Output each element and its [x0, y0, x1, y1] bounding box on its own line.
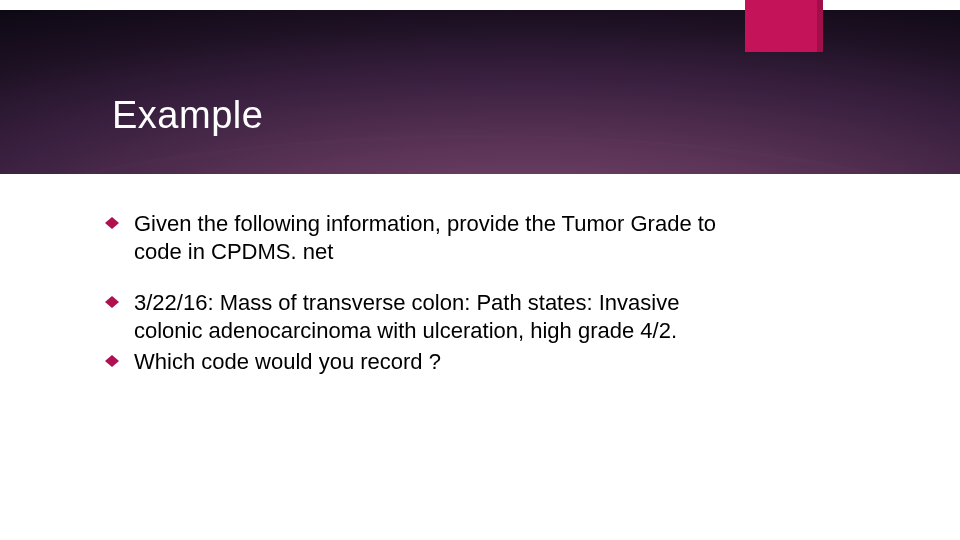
bullet-text: Given the following information, provide…	[134, 211, 716, 264]
bullet-text: 3/22/16: Mass of transverse colon: Path …	[134, 290, 679, 343]
slide: Example Given the following information,…	[0, 0, 960, 540]
bullet-item: Given the following information, provide…	[112, 210, 722, 265]
bullet-text: Which code would you record ?	[134, 349, 441, 374]
accent-tab	[745, 0, 823, 52]
bullet-item: Which code would you record ?	[112, 348, 722, 376]
bullet-item: 3/22/16: Mass of transverse colon: Path …	[112, 289, 722, 344]
content-area: Given the following information, provide…	[112, 210, 722, 400]
slide-title: Example	[112, 94, 263, 137]
